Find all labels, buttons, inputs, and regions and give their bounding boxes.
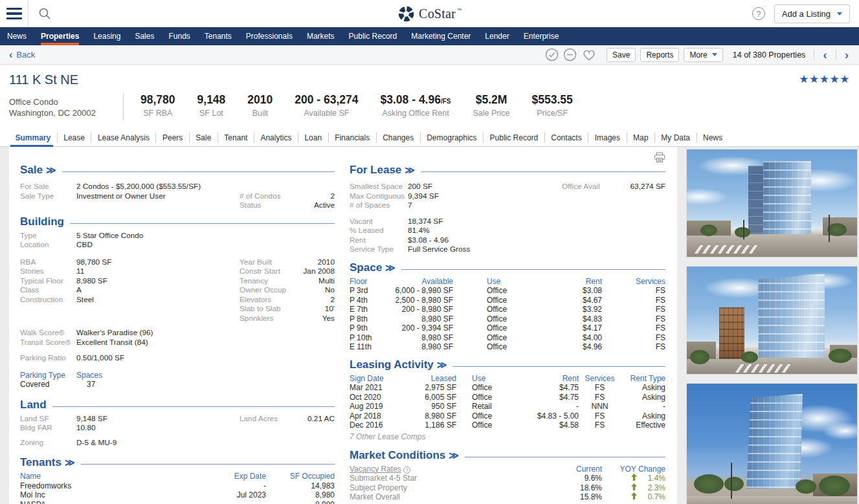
- nav-item-properties[interactable]: Properties: [34, 27, 86, 45]
- tab-map[interactable]: Map: [627, 133, 655, 143]
- double-chevron-icon: ≫: [449, 450, 459, 461]
- favorite-heart-icon[interactable]: [581, 48, 597, 61]
- tab-public-record[interactable]: Public Record: [484, 133, 545, 143]
- space-services: FS: [602, 323, 665, 333]
- detail-row: For Sale 2 Condos - $5,200,000 ($553.55/…: [20, 182, 335, 192]
- space-available-header[interactable]: Available: [388, 277, 453, 287]
- tenants-name-header[interactable]: Name: [20, 472, 195, 481]
- leasing-rent-header[interactable]: Rent: [511, 374, 579, 384]
- nav-item-markets[interactable]: Markets: [300, 27, 342, 45]
- tenants-exp-date-header[interactable]: Exp Date: [195, 472, 266, 481]
- lease-comps-footnote[interactable]: 7 Other Lease Comps: [350, 432, 665, 441]
- exclude-circle-icon[interactable]: [563, 48, 577, 61]
- search-icon[interactable]: [28, 6, 52, 21]
- hamburger-menu-icon[interactable]: [0, 0, 28, 27]
- nav-item-lender[interactable]: Lender: [478, 27, 516, 45]
- nav-item-enterprise[interactable]: Enterprise: [517, 27, 566, 45]
- tab-tenant[interactable]: Tenant: [218, 133, 254, 143]
- nav-item-leasing[interactable]: Leasing: [86, 27, 128, 45]
- tab-peers[interactable]: Peers: [156, 133, 189, 143]
- next-property-button[interactable]: ›: [841, 49, 853, 61]
- print-icon[interactable]: [654, 152, 665, 165]
- tab-demographics[interactable]: Demographics: [421, 133, 484, 143]
- tab-my-data[interactable]: My Data: [655, 133, 697, 143]
- back-button[interactable]: ‹ Back: [9, 50, 35, 60]
- space-floor: P 8th: [350, 314, 388, 324]
- tab-financials[interactable]: Financials: [329, 133, 377, 143]
- detail-label: Sale Type: [20, 192, 76, 201]
- nav-item-sales[interactable]: Sales: [128, 27, 161, 45]
- tab-sale[interactable]: Sale: [190, 133, 218, 143]
- section-heading-building: Building: [20, 215, 335, 228]
- building-photo-1[interactable]: [686, 149, 858, 257]
- vacancy-rates-link[interactable]: Vacancy Rates: [350, 465, 401, 474]
- detail-row: Bldg FAR 10.80: [20, 423, 335, 433]
- detail-label: [20, 314, 76, 323]
- section-heading-for-lease[interactable]: For Lease≫: [350, 164, 665, 177]
- building-photo-2[interactable]: [686, 266, 858, 375]
- space-services-header[interactable]: Services: [602, 277, 665, 287]
- detail-row: Status Active: [20, 201, 335, 210]
- property-type: Office Condo: [9, 96, 122, 107]
- more-button[interactable]: More: [684, 48, 722, 62]
- market-yoy-value: 2.3%: [637, 483, 665, 493]
- leasing-use: Retail: [472, 402, 511, 411]
- help-icon[interactable]: ?: [752, 7, 765, 20]
- leasing-services-header[interactable]: Services: [579, 374, 621, 384]
- detail-label: [562, 201, 617, 210]
- costar-logo-icon: [397, 5, 415, 23]
- reports-button[interactable]: Reports: [640, 48, 679, 62]
- building-photo-3[interactable]: [686, 383, 858, 504]
- add-a-listing-button[interactable]: Add a Listing: [774, 5, 850, 23]
- tab-lease[interactable]: Lease: [58, 133, 92, 143]
- tab-news[interactable]: News: [697, 133, 729, 143]
- nav-item-marketing-center[interactable]: Marketing Center: [404, 27, 478, 45]
- section-heading-market-conditions[interactable]: Market Conditions≫: [350, 449, 665, 462]
- detail-label: Sprinklers: [240, 314, 295, 323]
- heading-rule: [421, 171, 665, 172]
- space-table: P 3rd 6,000 - 8,980 SF Office $3.08 FS P…: [350, 286, 665, 352]
- tab-analytics[interactable]: Analytics: [254, 133, 298, 143]
- leasing-use-header[interactable]: Use: [472, 374, 511, 384]
- tab-lease-analysis[interactable]: Lease Analysis: [91, 133, 156, 143]
- space-rent: $4.00: [532, 333, 602, 343]
- space-use-header[interactable]: Use: [487, 277, 532, 287]
- tab-contacts[interactable]: Contacts: [545, 133, 588, 143]
- leasing-sign-date-header[interactable]: Sign Date: [350, 374, 395, 384]
- detail-label: Tenancy: [240, 276, 295, 286]
- detail-value: No: [295, 285, 335, 295]
- nav-item-public-record[interactable]: Public Record: [342, 27, 405, 45]
- section-heading-sale[interactable]: Sale≫: [20, 164, 335, 177]
- section-heading-tenants[interactable]: Tenants≫: [20, 456, 335, 469]
- tab-images[interactable]: Images: [588, 133, 627, 143]
- tenant-row: Moi Inc Jul 2023 8,980: [20, 490, 335, 500]
- double-chevron-icon: ≫: [46, 164, 56, 175]
- tab-summary[interactable]: Summary: [9, 133, 58, 143]
- leasing-leased-header[interactable]: Leased: [395, 374, 456, 384]
- detail-row: Land SF 9,148 SF Land Acres 0.21 AC: [20, 414, 335, 424]
- section-heading-space[interactable]: Space≫: [350, 261, 665, 274]
- spaces-header[interactable]: Spaces: [76, 371, 122, 380]
- detail-label: Max Contiguous: [350, 192, 408, 201]
- space-use: Office: [487, 333, 532, 343]
- detail-value: Active: [295, 201, 335, 210]
- tenants-sf-occupied-header[interactable]: SF Occupied: [266, 472, 335, 481]
- section-heading-leasing-activity[interactable]: Leasing Activity≫: [350, 358, 665, 371]
- space-rent-header[interactable]: Rent: [532, 277, 602, 287]
- leasing-rent-type-header[interactable]: Rent Type: [621, 374, 665, 384]
- save-button[interactable]: Save: [607, 48, 636, 62]
- detail-value: 63,274 SF: [617, 182, 665, 192]
- tab-loan[interactable]: Loan: [298, 133, 329, 143]
- leasing-services: FS: [579, 393, 621, 402]
- tab-changes[interactable]: Changes: [377, 133, 421, 143]
- space-floor-header[interactable]: Floor: [350, 277, 388, 287]
- nav-item-tenants[interactable]: Tenants: [197, 27, 239, 45]
- confirm-circle-icon[interactable]: [545, 48, 559, 61]
- previous-property-button[interactable]: ‹: [819, 49, 831, 61]
- parking-type-header[interactable]: Parking Type: [20, 371, 76, 380]
- nav-item-funds[interactable]: Funds: [161, 27, 197, 45]
- nav-item-news[interactable]: News: [0, 27, 34, 45]
- nav-item-professionals[interactable]: Professionals: [239, 27, 300, 45]
- info-icon[interactable]: ?: [403, 466, 410, 474]
- detail-value: 2: [295, 192, 335, 201]
